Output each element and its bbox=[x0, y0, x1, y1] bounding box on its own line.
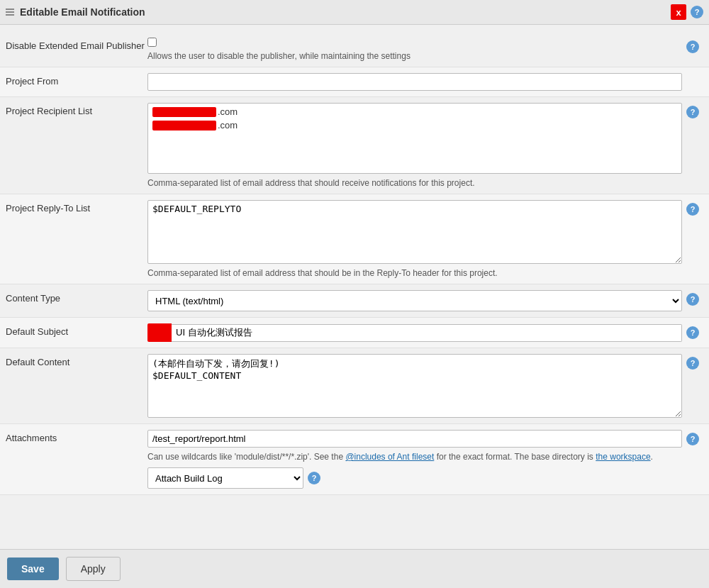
form-body: Disable Extended Email Publisher Allows … bbox=[0, 25, 709, 552]
subject-prefix-icon bbox=[147, 323, 172, 342]
project-reply-to-list-help-icon[interactable]: ? bbox=[686, 203, 699, 216]
disable-publisher-help-col: ? bbox=[682, 38, 703, 53]
project-reply-to-list-input-col: $DEFAULT_REPLYTO Comma-separated list of… bbox=[147, 200, 682, 278]
attachments-desc-part1: Can use wildcards like 'module/dist/**/*… bbox=[147, 452, 345, 462]
project-reply-to-list-row: Project Reply-To List $DEFAULT_REPLYTO C… bbox=[0, 194, 709, 284]
default-content-row: Default Content (本邮件自动下发，请勿回复!) $DEFAULT… bbox=[0, 348, 709, 424]
subject-input-wrapper bbox=[147, 323, 682, 342]
editable-email-notification-panel: Editable Email Notification x ? Disable … bbox=[0, 0, 709, 588]
attachments-label: Attachments bbox=[6, 430, 147, 443]
content-type-select[interactable]: HTML (text/html) Plain Text Both HTML an… bbox=[147, 290, 682, 311]
project-recipient-list-input-col: .com.com Comma-separated list of email a… bbox=[147, 103, 682, 188]
panel-title: Editable Email Notification bbox=[20, 6, 145, 18]
attachments-desc-part2: for the exact format. The base directory… bbox=[434, 452, 596, 462]
attachments-help-col: ? bbox=[682, 430, 703, 445]
content-type-help-col: ? bbox=[682, 290, 703, 306]
disable-publisher-help-icon[interactable]: ? bbox=[686, 40, 699, 53]
save-button[interactable]: Save bbox=[7, 558, 59, 580]
content-type-help-icon[interactable]: ? bbox=[686, 293, 699, 306]
project-recipient-list-help-col: ? bbox=[682, 103, 703, 118]
project-from-input-col bbox=[147, 73, 682, 91]
attachments-help-icon[interactable]: ? bbox=[686, 433, 699, 445]
project-recipient-list-label: Project Recipient List bbox=[6, 103, 147, 116]
default-subject-input-col bbox=[147, 323, 682, 342]
attachments-desc-part3: . bbox=[651, 452, 653, 462]
panel-help-icon[interactable]: ? bbox=[691, 6, 703, 18]
project-recipient-list-row: Project Recipient List .com.com Comma-se… bbox=[0, 97, 709, 194]
project-recipient-list-help-icon[interactable]: ? bbox=[686, 106, 699, 118]
project-reply-to-list-label: Project Reply-To List bbox=[6, 200, 147, 213]
default-content-label: Default Content bbox=[6, 354, 147, 367]
attachments-row: Attachments Can use wildcards like 'modu… bbox=[0, 424, 709, 495]
close-button[interactable]: x bbox=[671, 4, 686, 20]
redacted-email-2 bbox=[152, 121, 216, 131]
panel-title-area: Editable Email Notification bbox=[6, 6, 145, 18]
project-reply-to-list-description: Comma-separated list of email address th… bbox=[147, 268, 682, 278]
default-content-input-col: (本邮件自动下发，请勿回复!) $DEFAULT_CONTENT bbox=[147, 354, 682, 418]
default-subject-help-col: ? bbox=[682, 323, 703, 339]
content-type-input-col: HTML (text/html) Plain Text Both HTML an… bbox=[147, 290, 682, 311]
default-content-help-col: ? bbox=[682, 354, 703, 370]
disable-publisher-label: Disable Extended Email Publisher bbox=[6, 38, 147, 51]
attachments-description: Can use wildcards like 'module/dist/**/*… bbox=[147, 452, 682, 462]
disable-publisher-description: Allows the user to disable the publisher… bbox=[147, 51, 682, 61]
apply-button[interactable]: Apply bbox=[66, 557, 121, 581]
attach-build-log-section: Attach Build Log No Compress Build Log ? bbox=[147, 467, 682, 489]
disable-publisher-checkbox-row bbox=[147, 38, 682, 47]
project-from-help-col bbox=[682, 73, 703, 76]
attach-build-log-select[interactable]: Attach Build Log No Compress Build Log bbox=[147, 467, 303, 489]
attach-build-log-help-icon[interactable]: ? bbox=[308, 472, 320, 484]
default-subject-input[interactable] bbox=[172, 324, 682, 342]
content-type-row: Content Type HTML (text/html) Plain Text… bbox=[0, 284, 709, 318]
attachments-input[interactable] bbox=[147, 430, 682, 448]
default-subject-row: Default Subject ? bbox=[0, 318, 709, 348]
default-subject-label: Default Subject bbox=[6, 323, 147, 337]
drag-handle-icon[interactable] bbox=[6, 9, 14, 16]
project-recipient-list-display: .com.com bbox=[147, 103, 682, 174]
attachments-input-col: Can use wildcards like 'module/dist/**/*… bbox=[147, 430, 682, 489]
footer: Save Apply bbox=[0, 549, 709, 588]
attachments-ant-link[interactable]: @includes of Ant fileset bbox=[345, 452, 434, 462]
project-reply-to-list-textarea[interactable]: $DEFAULT_REPLYTO bbox=[147, 200, 682, 264]
disable-publisher-checkbox[interactable] bbox=[147, 38, 157, 47]
default-subject-help-icon[interactable]: ? bbox=[686, 326, 699, 339]
attach-select-row: Attach Build Log No Compress Build Log ? bbox=[147, 467, 682, 489]
panel-header: Editable Email Notification x ? bbox=[0, 0, 709, 25]
disable-publisher-input-col: Allows the user to disable the publisher… bbox=[147, 38, 682, 61]
content-type-label: Content Type bbox=[6, 290, 147, 304]
redacted-email-1 bbox=[152, 107, 216, 117]
project-from-row: Project From bbox=[0, 67, 709, 97]
project-reply-to-list-help-col: ? bbox=[682, 200, 703, 216]
project-recipient-list-description: Comma-separated list of email address th… bbox=[147, 178, 682, 188]
project-from-input[interactable] bbox=[147, 73, 682, 91]
default-content-textarea[interactable]: (本邮件自动下发，请勿回复!) $DEFAULT_CONTENT bbox=[147, 354, 682, 418]
attachments-workspace-link[interactable]: the workspace bbox=[596, 452, 650, 462]
disable-publisher-row: Disable Extended Email Publisher Allows … bbox=[0, 32, 709, 67]
default-content-help-icon[interactable]: ? bbox=[686, 357, 699, 370]
project-from-label: Project From bbox=[6, 73, 147, 87]
